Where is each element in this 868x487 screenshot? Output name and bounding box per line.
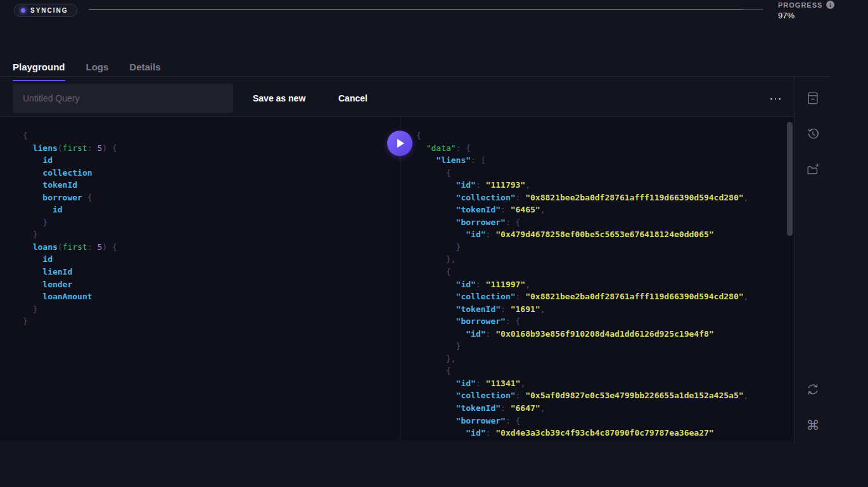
query-name-input[interactable]: [13, 84, 233, 113]
syncing-badge: SYNCING: [14, 4, 77, 17]
play-icon: [397, 139, 404, 148]
refresh-button[interactable]: [805, 381, 821, 398]
tab-logs[interactable]: Logs: [86, 62, 109, 81]
new-folder-icon: [806, 162, 820, 176]
progress-label: PROGRESS: [778, 1, 822, 9]
query-history-button[interactable]: [805, 126, 821, 142]
command-icon: ⌘: [807, 419, 820, 432]
save-as-new-button[interactable]: Save as new: [253, 93, 305, 103]
refresh-icon: [806, 382, 820, 396]
sidebar-divider: [794, 77, 795, 444]
more-options-button[interactable]: [765, 94, 786, 104]
ellipsis-icon: [770, 98, 772, 100]
history-icon: [806, 127, 820, 141]
sync-progress-fill: [89, 9, 743, 10]
progress-info: PROGRESS i 97%: [778, 1, 834, 20]
syncing-label: SYNCING: [30, 7, 68, 14]
run-query-button[interactable]: [387, 131, 412, 156]
response-scrollbar-thumb[interactable]: [787, 122, 793, 236]
tabs-divider: [0, 76, 830, 77]
syncing-dot-icon: [21, 8, 25, 13]
tab-bar: Playground Logs Details: [13, 62, 161, 81]
keyboard-shortcuts-button[interactable]: ⌘: [805, 417, 821, 434]
saved-queries-button[interactable]: [805, 90, 821, 107]
active-tab-underline: [13, 80, 65, 82]
json-response-viewer: { "data": { "liens": [ { "id": "111793",…: [416, 129, 771, 440]
tab-playground[interactable]: Playground: [13, 62, 65, 81]
saved-queries-icon: [806, 91, 820, 105]
progress-value: 97%: [778, 11, 834, 20]
cancel-button[interactable]: Cancel: [338, 93, 367, 103]
sync-progress-bar: [89, 9, 763, 10]
graphql-query-editor[interactable]: { liens(first: 5) { id collection tokenI…: [23, 129, 378, 434]
new-folder-button[interactable]: [805, 161, 821, 178]
info-icon[interactable]: i: [826, 1, 834, 9]
tab-details[interactable]: Details: [129, 62, 160, 81]
pane-divider: [400, 117, 400, 441]
